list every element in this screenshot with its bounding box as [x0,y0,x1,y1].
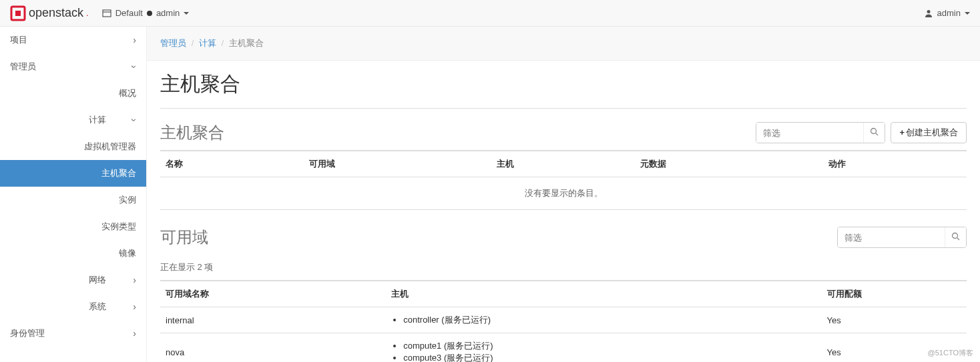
aggregates-filter [756,122,885,143]
brand-text: openstack [29,6,83,20]
breadcrumb-compute[interactable]: 计算 [199,38,216,48]
aggregates-filter-button[interactable] [863,123,885,143]
project-selector[interactable]: Default admin [102,8,190,18]
col-metadata[interactable]: 元数据 [635,151,823,177]
breadcrumb-admin[interactable]: 管理员 [160,38,186,48]
az-filter-input[interactable] [838,227,945,247]
breadcrumb: 管理员 / 计算 / 主机聚合 [147,27,980,61]
col-hosts[interactable]: 主机 [491,151,635,177]
host-list-item: controller (服务已运行) [403,314,816,326]
az-name-cell: internal [160,307,386,333]
sidebar-item-flavors[interactable]: 实例类型 [0,213,146,240]
main-content: 管理员 / 计算 / 主机聚合 主机聚合 主机聚合 +创建主机聚合 [147,27,980,362]
az-count-top: 正在显示 2 项 [160,255,967,280]
table-row: internalcontroller (服务已运行)Yes [160,307,967,333]
sidebar-item-identity[interactable]: 身份管理 › [0,320,146,347]
page-title: 主机聚合 [160,71,967,109]
breadcrumb-current: 主机聚合 [229,38,264,48]
host-list-item: compute3 (服务已运行) [403,352,816,362]
host-aggregates-title: 主机聚合 [160,122,224,143]
caret-down-icon [184,12,189,15]
chevron-right-icon: › [133,275,136,285]
sidebar-item-system[interactable]: 系统 › [0,293,146,320]
az-name-cell: nova [160,333,386,363]
watermark: @51CTO博客 [928,348,973,358]
svg-point-4 [927,10,930,13]
col-actions: 动作 [823,151,967,177]
az-available-cell: Yes [822,307,967,333]
search-icon [951,232,960,241]
search-icon [870,127,879,136]
bullet-icon [147,11,152,16]
sidebar-item-images[interactable]: 镜像 [0,240,146,267]
sidebar-item-project[interactable]: 项目 › [0,27,146,53]
svg-point-5 [871,129,877,134]
user-menu[interactable]: admin [924,8,970,18]
svg-line-6 [876,133,879,136]
plus-icon: + [899,127,905,137]
aggregates-filter-input[interactable] [756,123,863,143]
sidebar-item-hypervisors[interactable]: 虚拟机管理器 [0,133,146,160]
sidebar-item-admin[interactable]: 管理员 › [0,53,146,80]
user-label: admin [937,8,961,18]
svg-rect-2 [103,10,111,17]
host-list-item: compute1 (服务已运行) [403,340,816,352]
chevron-right-icon: › [133,328,136,339]
host-aggregates-panel-head: 主机聚合 +创建主机聚合 [160,122,967,143]
az-hosts-cell: controller (服务已运行) [386,307,821,333]
svg-line-8 [957,238,960,241]
chevron-down-icon: › [130,119,140,122]
domain-label: Default [115,8,143,18]
chevron-right-icon: › [133,301,136,312]
sidebar: 项目 › 管理员 › 概况 计算 › 虚拟机管理器 主机聚合 实例 实例类型 镜… [0,27,147,362]
sidebar-item-host-aggregates[interactable]: 主机聚合 [0,160,146,187]
topbar: openstack. Default admin admin [0,0,980,27]
availability-zones-title: 可用域 [160,227,208,248]
sidebar-item-overview[interactable]: 概况 [0,80,146,107]
svg-point-7 [953,233,958,239]
sidebar-item-instances[interactable]: 实例 [0,187,146,213]
empty-row: 没有要显示的条目。 [160,177,967,210]
svg-rect-1 [15,11,21,16]
chevron-down-icon: › [130,65,140,69]
col-az-available[interactable]: 可用配额 [822,281,967,307]
host-aggregates-table: 名称 可用域 主机 元数据 动作 没有要显示的条目。 [160,150,967,210]
caret-down-icon [965,12,970,15]
brand[interactable]: openstack. [10,5,89,21]
col-az-hosts[interactable]: 主机 [386,281,821,307]
user-icon [924,9,933,18]
az-filter [837,227,967,248]
sidebar-item-compute[interactable]: 计算 › [0,107,146,133]
col-az-name[interactable]: 可用域名称 [160,281,386,307]
col-az[interactable]: 可用域 [304,151,492,177]
table-row: novacompute1 (服务已运行)compute3 (服务已运行)Yes [160,333,967,363]
chevron-right-icon: › [133,35,136,45]
availability-zones-panel-head: 可用域 [160,227,967,248]
availability-zones-table: 可用域名称 主机 可用配额 internalcontroller (服务已运行)… [160,280,967,362]
create-host-aggregate-button[interactable]: +创建主机聚合 [891,122,967,143]
project-label: admin [156,8,180,18]
az-filter-button[interactable] [945,227,966,247]
sidebar-item-network[interactable]: 网络 › [0,267,146,293]
col-name[interactable]: 名称 [160,151,304,177]
az-hosts-cell: compute1 (服务已运行)compute3 (服务已运行) [386,333,821,363]
domain-icon [102,9,111,18]
openstack-logo-icon [10,5,26,21]
